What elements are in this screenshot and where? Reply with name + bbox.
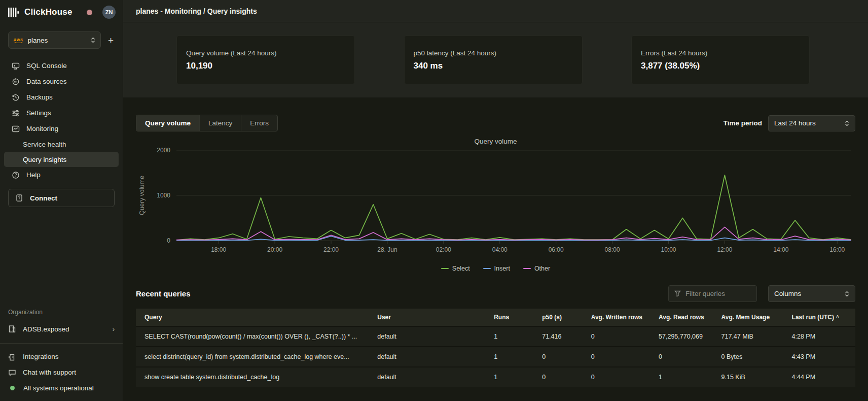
svg-text:28. Jun: 28. Jun <box>377 246 397 253</box>
column-header-query[interactable]: Query <box>136 309 373 326</box>
chevron-updown-icon <box>845 291 849 297</box>
funnel-icon <box>674 290 681 297</box>
footer-item-label: Integrations <box>23 353 59 360</box>
svg-text:02:00: 02:00 <box>436 246 451 253</box>
table-cell: 4:28 PM <box>788 326 855 347</box>
svg-text:18:00: 18:00 <box>211 246 226 253</box>
stat-label: Errors (Last 24 hours) <box>641 49 800 57</box>
connect-button[interactable]: Connect <box>8 189 115 207</box>
sidebar-item-label: Backups <box>26 93 53 101</box>
column-header-avg-mem-usage[interactable]: Avg. Mem Usage <box>717 309 788 326</box>
query-volume-chart[interactable]: 01000200018:0020:0022:0028. Jun02:0004:0… <box>136 146 855 264</box>
sidebar-item-backups[interactable]: Backups <box>4 89 119 105</box>
svg-text:06:00: 06:00 <box>549 246 564 253</box>
svg-text:22:00: 22:00 <box>323 246 339 253</box>
sidebar-item-service-health[interactable]: Service health <box>4 137 119 152</box>
columns-label: Columns <box>774 290 801 297</box>
table-row[interactable]: SELECT CAST(round(pow(count() / max(coun… <box>136 326 855 347</box>
chart-tabs: Query volume Latency Errors <box>136 115 278 131</box>
table-cell: 0 <box>538 367 587 387</box>
tab-latency[interactable]: Latency <box>200 115 241 131</box>
organization-building-icon <box>8 325 16 333</box>
column-header-p50-s-[interactable]: p50 (s) <box>538 309 587 326</box>
column-header-runs[interactable]: Runs <box>490 309 538 326</box>
table-cell: 4:44 PM <box>788 367 855 387</box>
table-body: SELECT CAST(round(pow(count() / max(coun… <box>136 326 855 387</box>
time-period-label: Time period <box>724 119 762 127</box>
sidebar-item-sql-console[interactable]: SQL Console <box>4 58 119 74</box>
organization-item[interactable]: ADSB.exposed › <box>0 321 123 337</box>
service-selector[interactable]: aws planes <box>8 31 101 49</box>
breadcrumb: planes - Monitoring / Query insights <box>136 7 257 15</box>
sidebar-subitem-label: Service health <box>23 141 66 148</box>
column-header-user[interactable]: User <box>373 309 490 326</box>
table-row[interactable]: select distrinct(query_id) from system.d… <box>136 347 855 367</box>
connect-label: Connect <box>30 194 57 202</box>
notification-dot[interactable] <box>87 10 92 15</box>
status-text: All systems operational <box>23 384 94 392</box>
system-status[interactable]: All systems operational <box>0 380 123 396</box>
organization-label: Organization <box>0 309 123 321</box>
column-header-last-run-utc-[interactable]: Last run (UTC)^ <box>788 309 855 326</box>
backups-icon <box>11 93 20 102</box>
table-cell: 717.47 MiB <box>717 326 788 347</box>
series-select <box>176 175 851 240</box>
status-dot-icon <box>10 386 15 390</box>
table-cell: SELECT CAST(round(pow(count() / max(coun… <box>136 326 373 347</box>
filter-queries-input[interactable]: Filter queries <box>668 285 757 302</box>
add-service-button[interactable]: + <box>106 35 116 46</box>
sidebar-divider <box>0 343 123 344</box>
sidebar-item-data-sources[interactable]: Data sources <box>4 74 119 89</box>
sidebar-item-chat-support[interactable]: Chat with support <box>0 364 123 380</box>
sidebar-subitem-label: Query insights <box>23 156 66 163</box>
table-row[interactable]: show create table system.distributed_cac… <box>136 367 855 387</box>
legend-item-insert[interactable]: Insert <box>483 265 510 272</box>
column-header-avg-written-rows[interactable]: Avg. Written rows <box>587 309 655 326</box>
table-cell: 1 <box>655 367 717 387</box>
footer-item-label: Chat with support <box>23 369 76 376</box>
sidebar-item-label: Help <box>26 171 41 179</box>
brand-row: ClickHouse ZN <box>0 0 123 24</box>
avatar[interactable]: ZN <box>102 6 116 19</box>
legend-dash-icon <box>523 268 531 270</box>
recent-queries-title: Recent queries <box>136 289 191 298</box>
stat-card-errors: Errors (Last 24 hours) 3,877 (38.05%) <box>631 36 810 84</box>
chart-legend: SelectInsertOther <box>136 265 855 272</box>
series-other <box>176 227 851 240</box>
svg-text:Query volume: Query volume <box>138 176 146 215</box>
legend-label: Other <box>534 265 550 272</box>
svg-text:2000: 2000 <box>157 147 170 154</box>
table-cell: show create table system.distributed_cac… <box>136 367 373 387</box>
tab-query-volume[interactable]: Query volume <box>136 115 200 131</box>
table-cell: 4:43 PM <box>788 347 855 367</box>
tab-errors[interactable]: Errors <box>241 115 277 131</box>
table-cell: 57,295,770,069 <box>655 326 717 347</box>
sidebar-item-monitoring[interactable]: Monitoring <box>4 121 119 137</box>
service-row: aws planes + <box>0 24 123 52</box>
sidebar-item-help[interactable]: Help <box>4 167 119 183</box>
sidebar-item-query-insights[interactable]: Query insights <box>4 152 119 167</box>
column-header-avg-read-rows[interactable]: Avg. Read rows <box>655 309 717 326</box>
columns-select[interactable]: Columns <box>768 285 855 302</box>
table-cell: default <box>373 326 490 347</box>
table-cell: 1 <box>490 367 538 387</box>
table-cell: default <box>373 367 490 387</box>
svg-text:08:00: 08:00 <box>605 246 620 253</box>
integrations-puzzle-icon <box>8 353 16 361</box>
legend-label: Insert <box>494 265 510 272</box>
legend-item-select[interactable]: Select <box>441 265 470 272</box>
sidebar-item-integrations[interactable]: Integrations <box>0 349 123 364</box>
monitoring-icon <box>11 124 20 133</box>
legend-item-other[interactable]: Other <box>523 265 550 272</box>
brand-name: ClickHouse <box>24 7 73 17</box>
sidebar-item-settings[interactable]: Settings <box>4 105 119 121</box>
recent-queries-table: QueryUserRunsp50 (s)Avg. Written rowsAvg… <box>136 309 855 387</box>
svg-text:20:00: 20:00 <box>267 246 282 253</box>
sidebar-item-label: Settings <box>26 109 51 117</box>
svg-text:10:00: 10:00 <box>661 246 676 253</box>
table-cell: 0 Bytes <box>717 347 788 367</box>
stats-strip: Query volume (Last 24 hours) 10,190 p50 … <box>123 22 868 97</box>
sidebar-item-label: SQL Console <box>26 62 67 70</box>
time-period-select[interactable]: Last 24 hours <box>768 115 855 131</box>
svg-text:04:00: 04:00 <box>492 246 508 253</box>
